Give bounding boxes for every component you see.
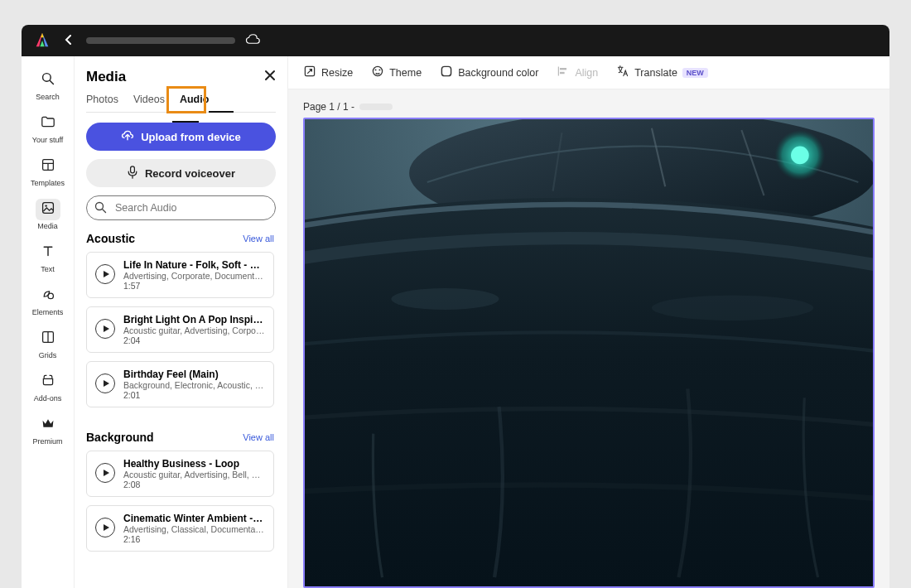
cloud-sync-icon[interactable] <box>245 33 260 48</box>
svg-point-29 <box>652 296 813 321</box>
search-icon <box>94 201 107 217</box>
media-icon <box>41 201 55 218</box>
tool-background-color[interactable]: Background color <box>440 65 538 80</box>
addons-icon <box>41 374 55 390</box>
play-icon <box>104 380 109 387</box>
play-button[interactable] <box>95 518 115 537</box>
view-all-background[interactable]: View all <box>243 432 274 442</box>
shapes-icon <box>41 287 55 304</box>
rail-your-stuff[interactable]: Your stuff <box>25 108 71 147</box>
svg-rect-19 <box>560 68 566 70</box>
play-button[interactable] <box>95 264 115 284</box>
design-canvas[interactable] <box>303 118 875 588</box>
rail-addons[interactable]: Add-ons <box>25 366 71 406</box>
search-icon <box>41 72 55 89</box>
rail-label: Media <box>37 222 58 230</box>
new-badge: NEW <box>682 68 708 78</box>
upload-icon <box>121 129 134 145</box>
search-audio-input[interactable] <box>86 195 276 220</box>
titlebar <box>22 25 889 56</box>
svg-line-1 <box>50 80 53 84</box>
rail-label: Elements <box>32 308 64 316</box>
page-indicator: Page 1 / 1 - <box>288 89 889 118</box>
context-toolbar: Resize Theme Background color Align Tran… <box>288 56 889 89</box>
svg-rect-10 <box>131 166 135 172</box>
track-tags: Acoustic guitar, Advertising, Corporate,… <box>123 325 265 335</box>
tab-photos[interactable]: Photos <box>86 94 118 112</box>
section-title-acoustic: Acoustic <box>86 232 135 245</box>
audio-track[interactable]: Birthday Feel (Main) Background, Electro… <box>86 361 274 407</box>
audio-track[interactable]: Cinematic Winter Ambient - Loop Advertis… <box>86 505 274 552</box>
play-icon <box>104 524 109 531</box>
upload-from-device-button[interactable]: Upload from device <box>86 123 276 151</box>
svg-point-0 <box>42 74 51 82</box>
rail-label: Templates <box>31 179 65 187</box>
play-button[interactable] <box>95 374 115 393</box>
page-name-placeholder[interactable] <box>359 104 393 110</box>
rail-premium[interactable]: Premium <box>25 409 71 449</box>
tool-resize[interactable]: Resize <box>303 65 353 80</box>
svg-point-15 <box>375 69 377 70</box>
tool-label: Theme <box>389 67 422 79</box>
audio-list-scroll[interactable]: Acoustic View all Life In Nature - Folk,… <box>86 232 276 588</box>
track-duration: 2:04 <box>123 335 265 345</box>
track-title: Bright Light On A Pop Inspiratio… <box>123 314 265 325</box>
play-icon <box>104 325 109 332</box>
svg-point-14 <box>374 66 383 75</box>
rail-grids[interactable]: Grids <box>25 323 71 363</box>
rail-templates[interactable]: Templates <box>25 151 71 190</box>
rail-media[interactable]: Media <box>25 194 71 234</box>
theme-icon <box>371 65 384 80</box>
play-button[interactable] <box>95 319 115 339</box>
rail-label: Your stuff <box>32 136 64 144</box>
crown-icon <box>41 417 55 432</box>
track-title: Cinematic Winter Ambient - Loop <box>123 513 265 524</box>
rail-label: Premium <box>32 437 62 446</box>
track-title: Healthy Business - Loop <box>123 458 265 470</box>
tool-translate[interactable]: Translate NEW <box>616 65 708 80</box>
play-button[interactable] <box>95 463 115 483</box>
tab-audio[interactable]: Audio <box>180 94 209 112</box>
canvas-image <box>305 119 873 586</box>
resize-icon <box>303 65 316 80</box>
grids-icon <box>41 330 55 347</box>
play-icon <box>104 470 109 476</box>
rail-elements[interactable]: Elements <box>25 280 71 320</box>
track-title: Birthday Feel (Main) <box>123 369 265 380</box>
text-icon <box>41 244 55 261</box>
rail-label: Search <box>36 93 60 101</box>
svg-line-12 <box>103 210 106 213</box>
rail-label: Text <box>41 265 55 273</box>
app-logo-icon <box>33 31 51 50</box>
microphone-icon <box>127 166 138 181</box>
svg-point-6 <box>45 205 46 206</box>
tool-label: Align <box>575 67 598 79</box>
record-voiceover-button[interactable]: Record voiceover <box>86 159 276 187</box>
svg-point-7 <box>48 293 53 298</box>
document-title-placeholder[interactable] <box>86 37 235 44</box>
swatch-icon <box>440 65 453 80</box>
rail-text[interactable]: Text <box>25 237 71 277</box>
main-row: Search Your stuff Templates Media Text E… <box>22 56 889 588</box>
media-panel: Media Photos Videos Audio Upload from de… <box>75 56 288 588</box>
audio-track[interactable]: Healthy Business - Loop Acoustic guitar,… <box>86 451 274 497</box>
track-duration: 2:01 <box>123 390 265 400</box>
track-tags: Advertising, Classical, Documentary, Dr… <box>123 524 265 534</box>
tab-videos[interactable]: Videos <box>133 94 165 112</box>
svg-rect-20 <box>560 72 565 74</box>
back-button[interactable] <box>61 33 76 48</box>
rail-search[interactable]: Search <box>25 65 71 104</box>
record-label: Record voiceover <box>145 167 235 180</box>
track-duration: 2:16 <box>123 534 265 544</box>
align-icon <box>557 65 570 80</box>
tool-theme[interactable]: Theme <box>371 65 422 80</box>
left-rail: Search Your stuff Templates Media Text E… <box>22 56 75 588</box>
view-all-acoustic[interactable]: View all <box>243 234 274 243</box>
tool-label: Resize <box>321 67 353 79</box>
audio-track[interactable]: Bright Light On A Pop Inspiratio… Acoust… <box>86 306 274 353</box>
audio-track[interactable]: Life In Nature - Folk, Soft - Loop Adver… <box>86 252 274 298</box>
track-title: Life In Nature - Folk, Soft - Loop <box>123 259 265 271</box>
svg-rect-17 <box>442 66 451 75</box>
translate-icon <box>616 65 629 80</box>
close-panel-button[interactable] <box>264 68 276 85</box>
